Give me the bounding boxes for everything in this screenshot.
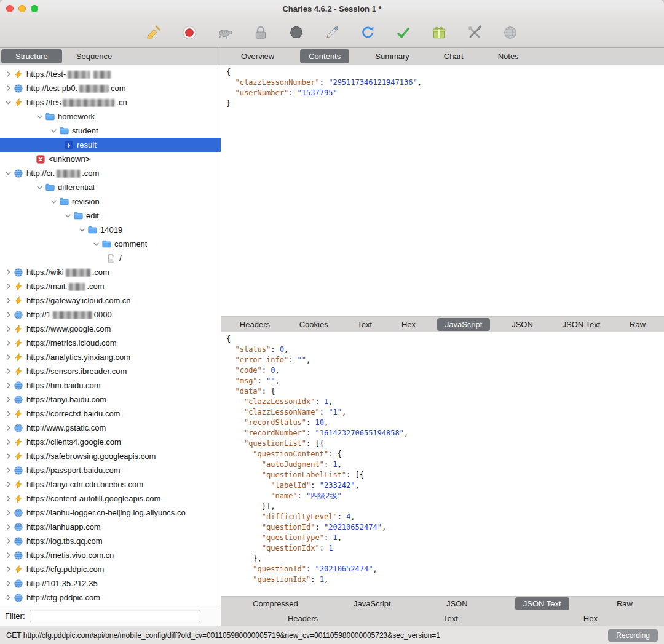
chevron-right-icon[interactable]: [4, 85, 13, 91]
tree-row[interactable]: https://content-autofill.googleapis.com: [0, 491, 221, 506]
chevron-right-icon[interactable]: [4, 368, 13, 374]
request-tab-json-text[interactable]: JSON Text: [555, 318, 609, 331]
chevron-right-icon[interactable]: [4, 425, 13, 431]
validate-icon[interactable]: [394, 23, 413, 42]
request-body[interactable]: { "clazzLessonNumber": "2951173461219471…: [221, 65, 664, 316]
tree-row[interactable]: 14019: [0, 223, 221, 237]
breakpoints-icon[interactable]: [287, 23, 306, 42]
tree-row[interactable]: https://sensors.ibreader.com: [0, 364, 221, 378]
request-tab-cookies[interactable]: Cookies: [291, 318, 336, 331]
tree-row[interactable]: https://metis.vivo.com.cn: [0, 548, 221, 562]
tree-row[interactable]: http://101.35.212.35: [0, 576, 221, 590]
response-tab-headers[interactable]: Headers: [280, 612, 326, 625]
record-icon[interactable]: [180, 23, 199, 42]
tools-icon[interactable]: [430, 23, 448, 42]
tree-row[interactable]: https://safebrowsing.googleapis.com: [0, 449, 221, 463]
chevron-down-icon[interactable]: [35, 115, 44, 119]
tree-row[interactable]: https://fanyi.baidu.com: [0, 392, 221, 407]
chevron-right-icon[interactable]: [4, 71, 13, 77]
network-icon[interactable]: [501, 23, 520, 42]
chevron-down-icon[interactable]: [4, 172, 13, 175]
chevron-right-icon[interactable]: [4, 298, 13, 303]
tree-row[interactable]: https://lanhuapp.com: [0, 520, 221, 534]
response-tab-text[interactable]: Text: [435, 612, 466, 625]
tree-row[interactable]: http://10000: [0, 308, 221, 322]
chevron-right-icon[interactable]: [4, 326, 13, 332]
response-tab-json[interactable]: JSON: [438, 597, 476, 610]
tree-row[interactable]: https://mail..com: [0, 279, 221, 293]
chevron-right-icon[interactable]: [4, 467, 13, 473]
sidebar-tab-structure[interactable]: Structure: [1, 49, 62, 63]
request-tab-json[interactable]: JSON: [504, 318, 541, 331]
chevron-down-icon[interactable]: [77, 228, 87, 232]
chevron-right-icon[interactable]: [4, 312, 13, 317]
compose-icon[interactable]: [323, 23, 341, 42]
tree-row[interactable]: https://tes.cn: [0, 95, 221, 109]
chevron-down-icon[interactable]: [49, 200, 58, 204]
chevron-right-icon[interactable]: [4, 397, 13, 402]
response-tab-hex[interactable]: Hex: [575, 612, 606, 625]
tree-row[interactable]: comment: [0, 237, 221, 251]
tab-summary[interactable]: Summary: [366, 49, 418, 63]
tree-row[interactable]: edit: [0, 209, 221, 223]
tree-row[interactable]: https://analytics.yinxiang.com: [0, 350, 221, 364]
request-tab-headers[interactable]: Headers: [232, 318, 278, 331]
tree-row[interactable]: https://clients4.google.com: [0, 435, 221, 449]
chevron-right-icon[interactable]: [4, 510, 13, 515]
sidebar-tab-sequence[interactable]: Sequence: [62, 49, 127, 63]
tree-row[interactable]: student: [0, 124, 221, 138]
host-tree[interactable]: https://test-http://test-pb0.comhttps://…: [0, 65, 221, 606]
chevron-right-icon[interactable]: [4, 595, 13, 600]
chevron-right-icon[interactable]: [4, 439, 13, 445]
chevron-right-icon[interactable]: [4, 269, 13, 275]
chevron-right-icon[interactable]: [4, 538, 13, 544]
tree-row[interactable]: revision: [0, 194, 221, 209]
chevron-down-icon[interactable]: [63, 214, 73, 218]
chevron-right-icon[interactable]: [4, 496, 13, 501]
tab-overview[interactable]: Overview: [232, 49, 283, 63]
tree-row[interactable]: http://www.gstatic.com: [0, 421, 221, 435]
close-button[interactable]: [6, 5, 14, 12]
response-tab-compressed[interactable]: Compressed: [245, 597, 306, 610]
ssl-lock-icon[interactable]: [251, 23, 270, 42]
chevron-right-icon[interactable]: [4, 340, 13, 346]
tree-row[interactable]: https://fanyi-cdn.cdn.bcebos.com: [0, 477, 221, 491]
tree-row[interactable]: https://hm.baidu.com: [0, 378, 221, 392]
chevron-right-icon[interactable]: [4, 566, 13, 572]
response-tab-raw[interactable]: Raw: [609, 597, 641, 610]
tab-notes[interactable]: Notes: [489, 49, 528, 63]
throttle-icon[interactable]: [216, 23, 234, 42]
chevron-right-icon[interactable]: [4, 284, 13, 289]
chevron-right-icon[interactable]: [4, 453, 13, 459]
chevron-right-icon[interactable]: [4, 383, 13, 388]
request-tab-hex[interactable]: Hex: [393, 318, 424, 331]
tree-row[interactable]: differential: [0, 180, 221, 194]
chevron-right-icon[interactable]: [4, 354, 13, 360]
tree-row[interactable]: <unknown>: [0, 152, 221, 166]
minimize-button[interactable]: [18, 5, 26, 12]
request-tab-javascript[interactable]: JavaScript: [437, 318, 491, 331]
tree-row[interactable]: https://log.tbs.qq.com: [0, 534, 221, 548]
chevron-right-icon[interactable]: [4, 552, 13, 558]
chevron-down-icon[interactable]: [49, 129, 58, 133]
tree-row[interactable]: https://gateway.icloud.com.cn: [0, 293, 221, 308]
tree-row[interactable]: https://cfg.pddpic.com: [0, 562, 221, 576]
tree-row[interactable]: homework: [0, 109, 221, 124]
zoom-button[interactable]: [31, 5, 38, 12]
chevron-right-icon[interactable]: [4, 524, 13, 530]
tree-row[interactable]: https://passport.baidu.com: [0, 463, 221, 477]
response-tab-json-text[interactable]: JSON Text: [515, 597, 569, 610]
tree-row[interactable]: https://correctxt.baidu.com: [0, 407, 221, 421]
chevron-down-icon[interactable]: [92, 242, 101, 246]
tab-chart[interactable]: Chart: [435, 49, 472, 63]
filter-input[interactable]: [30, 610, 200, 622]
tree-row[interactable]: result: [0, 138, 221, 152]
chevron-down-icon[interactable]: [35, 186, 44, 189]
repeat-icon[interactable]: [358, 23, 377, 42]
clear-icon[interactable]: [144, 23, 163, 42]
tree-row[interactable]: https://lanhu-logger.cn-beijing.log.aliy…: [0, 506, 221, 520]
request-tab-text[interactable]: Text: [349, 318, 380, 331]
tree-row[interactable]: http://cfg.pddpic.com: [0, 590, 221, 605]
tree-row[interactable]: http://test-pb0.com: [0, 81, 221, 95]
response-body[interactable]: { "status": 0, "error_info": "", "code":…: [221, 332, 664, 596]
